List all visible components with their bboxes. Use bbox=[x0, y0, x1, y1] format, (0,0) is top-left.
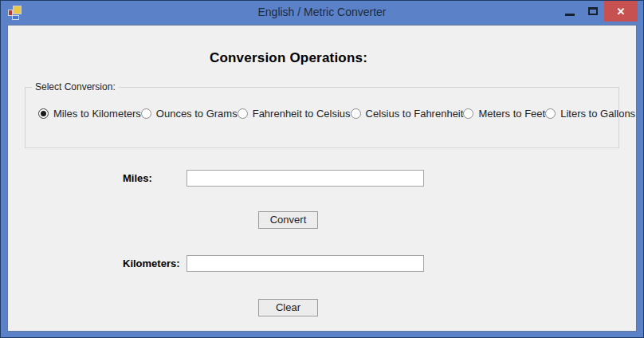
radio-option-liters-to-gallons[interactable]: Liters to Gallons bbox=[545, 108, 635, 120]
minimize-icon bbox=[565, 14, 575, 16]
input-unit-label: Miles: bbox=[123, 172, 152, 184]
close-icon: ✕ bbox=[617, 6, 626, 18]
window-title: English / Metric Converter bbox=[1, 1, 643, 25]
radio-unselected-icon[interactable] bbox=[463, 108, 473, 119]
radio-option-meters-to-feet[interactable]: Meters to Feet bbox=[463, 108, 545, 120]
input-value-field[interactable] bbox=[187, 170, 424, 187]
radio-option-label: Liters to Gallons bbox=[560, 108, 635, 120]
convert-button[interactable]: Convert bbox=[258, 211, 318, 229]
radio-unselected-icon[interactable] bbox=[351, 108, 361, 119]
radio-option-fahrenheit-to-celsius[interactable]: Fahrenheit to Celsius bbox=[238, 108, 351, 120]
maximize-button[interactable] bbox=[582, 1, 604, 22]
radio-option-miles-to-kilometers[interactable]: Miles to Kilometers bbox=[38, 108, 141, 120]
conversion-radio-group: Miles to KilometersOunces to GramsFahren… bbox=[38, 108, 598, 120]
radio-unselected-icon[interactable] bbox=[141, 108, 151, 119]
radio-option-label: Celsius to Fahrenheit bbox=[366, 108, 464, 120]
title-bar[interactable]: English / Metric Converter ✕ bbox=[1, 1, 643, 25]
clear-button[interactable]: Clear bbox=[258, 299, 318, 316]
radio-selected-icon[interactable] bbox=[38, 108, 49, 119]
radio-option-label: Meters to Feet bbox=[478, 108, 545, 120]
radio-option-label: Fahrenheit to Celsius bbox=[253, 108, 351, 120]
groupbox-label: Select Conversion: bbox=[32, 81, 119, 92]
output-value-field[interactable] bbox=[187, 255, 424, 272]
radio-unselected-icon[interactable] bbox=[545, 108, 556, 119]
page-title: Conversion Operations: bbox=[0, 50, 603, 66]
app-window: English / Metric Converter ✕ Conversion … bbox=[0, 0, 644, 338]
close-button[interactable]: ✕ bbox=[604, 1, 638, 22]
conversion-groupbox: Select Conversion: Miles to KilometersOu… bbox=[25, 87, 619, 148]
radio-option-celsius-to-fahrenheit[interactable]: Celsius to Fahrenheit bbox=[351, 108, 464, 120]
radio-option-label: Ounces to Grams bbox=[156, 108, 238, 120]
radio-unselected-icon[interactable] bbox=[238, 108, 248, 119]
minimize-button[interactable] bbox=[559, 1, 581, 22]
maximize-icon bbox=[588, 7, 598, 15]
form-client-area: Conversion Operations: Select Conversion… bbox=[7, 25, 637, 332]
radio-option-label: Miles to Kilometers bbox=[53, 108, 141, 120]
output-unit-label: Kilometers: bbox=[123, 257, 180, 269]
radio-option-ounces-to-grams[interactable]: Ounces to Grams bbox=[141, 108, 238, 120]
